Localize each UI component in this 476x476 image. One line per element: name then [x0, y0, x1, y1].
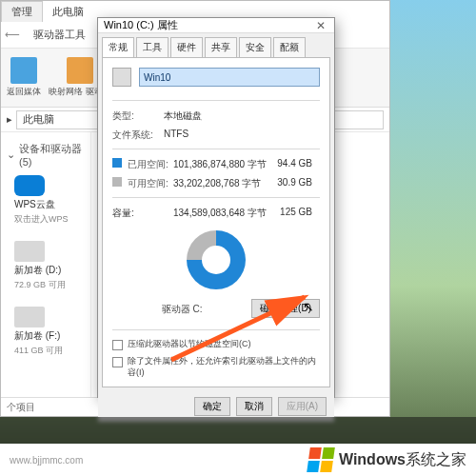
tab-thispc[interactable]: 此电脑: [43, 2, 93, 22]
sidebar-item-drive-f[interactable]: 新加卷 (F:) 411 GB 可用: [1, 303, 90, 361]
ribbon-media[interactable]: 返回媒体: [7, 57, 41, 98]
tab-hardware[interactable]: 硬件: [170, 37, 203, 57]
tab-quota[interactable]: 配额: [273, 37, 306, 57]
usage-donut-chart: [187, 230, 246, 289]
dialog-tabs: 常规 工具 硬件 共享 安全 配额: [98, 33, 334, 57]
tab-sharing[interactable]: 共享: [205, 37, 237, 57]
cloud-icon: [14, 175, 45, 196]
label-fs: 文件系统:: [112, 129, 164, 142]
close-icon[interactable]: ✕: [313, 19, 328, 32]
watermark-bar: www.bjjmmc.com Windows系统之家: [0, 444, 476, 476]
free-swatch: [112, 177, 122, 187]
windows-logo-icon: [307, 447, 335, 472]
used-swatch: [112, 158, 122, 168]
drive-caption: 驱动器 C:: [112, 303, 251, 316]
disk-cleanup-button[interactable]: 磁盘清理(D): [251, 299, 320, 318]
sidebar-item-wps[interactable]: WPS云盘 双击进入WPS: [1, 171, 90, 229]
watermark-url: www.bjjmmc.com: [10, 455, 83, 466]
drive-icon: [112, 68, 131, 87]
dialog-title: Win10 (C:) 属性: [104, 18, 178, 32]
ribbon-drive-tools[interactable]: 驱动器工具: [33, 28, 86, 42]
label-type: 类型:: [112, 109, 164, 123]
drive-icon: [14, 307, 45, 327]
tab-security[interactable]: 安全: [239, 37, 271, 57]
tab-manage[interactable]: 管理: [1, 1, 43, 22]
folder-icon: ▸: [7, 113, 12, 126]
dialog-titlebar[interactable]: Win10 (C:) 属性 ✕: [98, 18, 334, 33]
properties-dialog: Win10 (C:) 属性 ✕ 常规 工具 硬件 共享 安全 配额 类型:本地磁…: [97, 17, 335, 398]
compress-checkbox[interactable]: [112, 340, 123, 350]
nav-back-icon[interactable]: ⟵: [5, 29, 20, 41]
drive-name-input[interactable]: [139, 68, 320, 87]
sidebar-item-drive-d[interactable]: 新加卷 (D:) 72.9 GB 可用: [1, 237, 90, 295]
tab-tools[interactable]: 工具: [136, 37, 169, 57]
ok-button[interactable]: 确定: [194, 397, 230, 416]
tab-general[interactable]: 常规: [102, 37, 134, 57]
taskbar[interactable]: [0, 417, 476, 446]
cancel-button[interactable]: 取消: [236, 397, 272, 416]
apply-button[interactable]: 应用(A): [278, 397, 327, 416]
sidebar: ⌄ 设备和驱动器 (5) WPS云盘 双击进入WPS 新加卷 (D:) 72.9…: [1, 132, 91, 397]
sidebar-devices-header[interactable]: ⌄ 设备和驱动器 (5): [1, 138, 90, 171]
index-checkbox[interactable]: [112, 357, 123, 367]
dialog-body: 类型:本地磁盘 文件系统:NTFS 已用空间:101,386,874,880 字…: [102, 57, 330, 387]
drive-icon: [14, 241, 45, 262]
chevron-down-icon: ⌄: [7, 149, 15, 161]
